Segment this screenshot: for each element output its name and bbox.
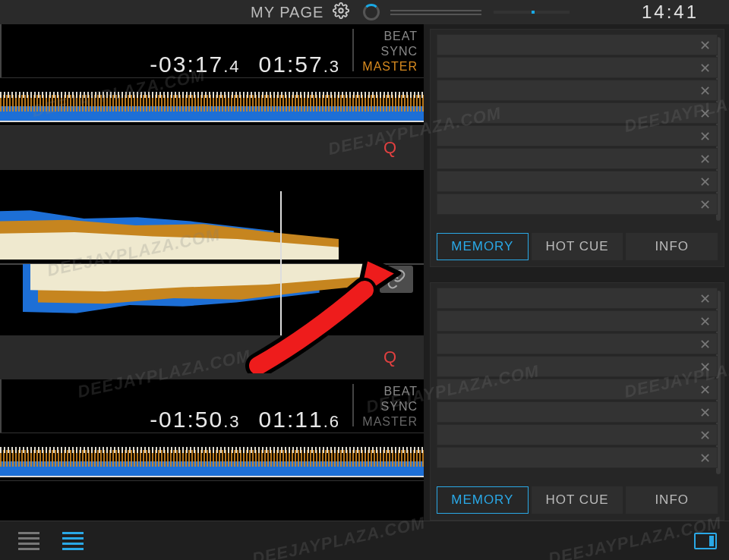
deck1-elapsed: 01:57.3	[259, 52, 340, 77]
close-icon[interactable]: ✕	[699, 313, 711, 330]
deck-2: BEAT SYNC MASTER -01:50.3 01:11.6	[0, 379, 424, 481]
panel-tabs: MEMORY HOT CUE INFO	[431, 482, 724, 520]
sync-label: SYNC	[362, 399, 418, 414]
deck2-cue-panel: ✕ ✕ ✕ ✕ ✕ ✕ ✕ ✕ MEMORY HOT CUE INFO	[430, 282, 724, 521]
close-icon[interactable]: ✕	[699, 197, 711, 213]
top-bar: MY PAGE 14:41	[0, 0, 729, 24]
cue-slot[interactable]: ✕	[437, 401, 718, 423]
panel-toggle-button[interactable]	[694, 533, 717, 549]
close-icon[interactable]: ✕	[699, 404, 711, 421]
position-indicator	[494, 11, 570, 14]
cue-slot[interactable]: ✕	[437, 125, 718, 146]
cue-slot[interactable]: ✕	[437, 424, 718, 445]
deck1-overview-waveform[interactable]	[0, 77, 424, 126]
decks-area: BEAT SYNC MASTER -03:17.4 01:57.3 Q	[0, 24, 424, 521]
panel-tabs: MEMORY HOT CUE INFO	[431, 228, 724, 266]
cue-slot[interactable]: ✕	[437, 171, 718, 192]
deck2-overview-waveform[interactable]	[0, 433, 424, 481]
cue-list[interactable]: ✕ ✕ ✕ ✕ ✕ ✕ ✕ ✕	[431, 283, 724, 482]
master-label[interactable]: MASTER	[362, 414, 418, 429]
deck2-sync-column: BEAT SYNC MASTER	[362, 384, 418, 429]
deck2-elapsed: 01:11.6	[259, 407, 340, 433]
cue-list[interactable]: ✕ ✕ ✕ ✕ ✕ ✕ ✕ ✕	[431, 30, 724, 228]
close-icon[interactable]: ✕	[699, 37, 711, 54]
cue-slot[interactable]: ✕	[437, 193, 718, 215]
bottom-bar	[0, 521, 729, 560]
cue-slot[interactable]: ✕	[437, 148, 718, 169]
gear-icon[interactable]	[333, 2, 349, 23]
spinner-icon	[363, 4, 380, 20]
divider	[352, 384, 354, 426]
view-list-dim-button[interactable]	[12, 530, 46, 552]
cue-slot[interactable]: ✕	[437, 333, 718, 354]
beat-label: BEAT	[362, 29, 418, 44]
tab-hotcue[interactable]: HOT CUE	[532, 233, 623, 260]
close-icon[interactable]: ✕	[699, 174, 711, 190]
clock: 14:41	[642, 2, 699, 23]
sync-label: SYNC	[362, 44, 418, 59]
close-icon[interactable]: ✕	[699, 60, 711, 77]
load-progress	[363, 4, 570, 20]
page-title: MY PAGE	[251, 4, 323, 21]
close-icon[interactable]: ✕	[699, 382, 711, 398]
deck1-time-row: -03:17.4 01:57.3	[0, 24, 424, 77]
svg-point-0	[339, 8, 344, 13]
deck2-remain: -01:50.3	[150, 407, 240, 433]
close-icon[interactable]: ✕	[699, 427, 711, 444]
cue-slot[interactable]: ✕	[437, 447, 718, 468]
beat-label: BEAT	[362, 384, 418, 399]
progress-bars	[390, 10, 481, 15]
cue-slot[interactable]: ✕	[437, 310, 718, 332]
cue-slot[interactable]: ✕	[437, 356, 718, 377]
close-icon[interactable]: ✕	[699, 291, 711, 307]
close-icon[interactable]: ✕	[699, 83, 711, 99]
deck-1: BEAT SYNC MASTER -03:17.4 01:57.3 Q	[0, 24, 424, 191]
close-icon[interactable]: ✕	[699, 128, 711, 145]
annotation-arrow	[243, 237, 410, 373]
close-icon[interactable]: ✕	[699, 151, 711, 168]
master-label[interactable]: MASTER	[362, 59, 418, 74]
close-icon[interactable]: ✕	[699, 336, 711, 353]
tab-info[interactable]: INFO	[626, 233, 718, 260]
cue-slot[interactable]: ✕	[437, 288, 718, 309]
cue-slot[interactable]: ✕	[437, 379, 718, 400]
close-icon[interactable]: ✕	[699, 359, 711, 376]
divider	[352, 29, 354, 71]
deck1-sync-column: BEAT SYNC MASTER	[362, 29, 418, 74]
quantize-label[interactable]: Q	[383, 138, 396, 158]
tab-memory[interactable]: MEMORY	[437, 486, 529, 514]
view-list-accent-button[interactable]	[56, 530, 90, 552]
cue-slot[interactable]: ✕	[437, 80, 718, 101]
tab-memory[interactable]: MEMORY	[437, 233, 529, 260]
close-icon[interactable]: ✕	[699, 105, 711, 122]
cue-slot[interactable]: ✕	[437, 102, 718, 124]
tab-hotcue[interactable]: HOT CUE	[532, 486, 623, 514]
cue-panels: ✕ ✕ ✕ ✕ ✕ ✕ ✕ ✕ MEMORY HOT CUE INFO ✕ ✕ …	[424, 24, 729, 521]
deck1-cue-panel: ✕ ✕ ✕ ✕ ✕ ✕ ✕ ✕ MEMORY HOT CUE INFO	[430, 29, 724, 267]
tab-info[interactable]: INFO	[626, 486, 718, 514]
cue-slot[interactable]: ✕	[437, 57, 718, 78]
deck1-quantize-strip: Q	[0, 126, 424, 170]
cue-slot[interactable]: ✕	[437, 34, 718, 55]
deck1-remain: -03:17.4	[150, 52, 240, 77]
deck2-time-row: -01:50.3 01:11.6	[0, 379, 424, 433]
close-icon[interactable]: ✕	[699, 450, 711, 467]
